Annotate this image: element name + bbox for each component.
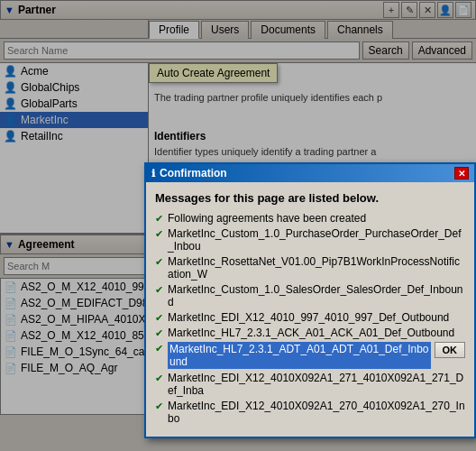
message-text: MarketInc_Custom_1.0_PurchaseOrder_Purch… (168, 227, 465, 253)
message-text: MarketInc_EDI_X12_4010_997_4010_997_Def_… (168, 311, 449, 324)
check-icon: ✔ (155, 228, 163, 240)
confirmation-dialog: ℹ Confirmation ✕ Messages for this page … (144, 162, 476, 438)
check-icon: ✔ (155, 400, 163, 412)
message-text: MarketInc_Custom_1.0_SalesOrder_SalesOrd… (168, 283, 465, 308)
dialog-info-icon: ℹ (151, 168, 155, 179)
message-item: ✔ Following agreements have been created (155, 212, 465, 225)
message-text: Following agreements have been created (168, 212, 366, 225)
dialog-titlebar: ℹ Confirmation ✕ (146, 164, 474, 182)
message-item: ✔ MarketInc_Custom_1.0_SalesOrder_SalesO… (155, 283, 465, 308)
message-text: MarketInc_EDI_X12_4010X092A1_270_4010X09… (168, 400, 465, 425)
check-icon: ✔ (155, 213, 163, 225)
check-icon: ✔ (155, 256, 163, 268)
message-text: MarketInc_EDI_X12_4010X092A1_271_4010X09… (168, 372, 465, 397)
message-text-selected: MarketInc_HL7_2.3.1_ADT_A01_ADT_A01_Def_… (168, 342, 431, 369)
check-icon: ✔ (155, 312, 163, 324)
dialog-content: Messages for this page are listed below.… (146, 182, 474, 437)
message-item: ✔ MarketInc_EDI_X12_4010_997_4010_997_De… (155, 311, 465, 324)
message-item-highlighted[interactable]: ✔ MarketInc_HL7_2.3.1_ADT_A01_ADT_A01_De… (155, 342, 465, 369)
message-item: ✔ MarketInc_Custom_1.0_PurchaseOrder_Pur… (155, 227, 465, 253)
dialog-close-button[interactable]: ✕ (454, 167, 469, 179)
ok-button-inline[interactable]: OK (435, 342, 466, 358)
check-icon: ✔ (155, 284, 163, 296)
dialog-title: Confirmation (160, 167, 454, 179)
check-icon: ✔ (155, 327, 163, 339)
check-icon: ✔ (155, 343, 163, 354)
message-item: ✔ MarketInc_EDI_X12_4010X092A1_271_4010X… (155, 372, 465, 397)
dialog-header-text: Messages for this page are listed below. (155, 191, 465, 205)
message-text: MarketInc_RosettaNet_V01.00_Pip7B1WorkIn… (168, 255, 465, 281)
check-icon: ✔ (155, 373, 163, 384)
message-text: MarketInc_HL7_2.3.1_ACK_A01_ACK_A01_Def_… (168, 327, 454, 339)
message-item: ✔ MarketInc_RosettaNet_V01.00_Pip7B1Work… (155, 255, 465, 281)
message-item: ✔ MarketInc_EDI_X12_4010X092A1_270_4010X… (155, 400, 465, 425)
message-item: ✔ MarketInc_HL7_2.3.1_ACK_A01_ACK_A01_De… (155, 327, 465, 339)
